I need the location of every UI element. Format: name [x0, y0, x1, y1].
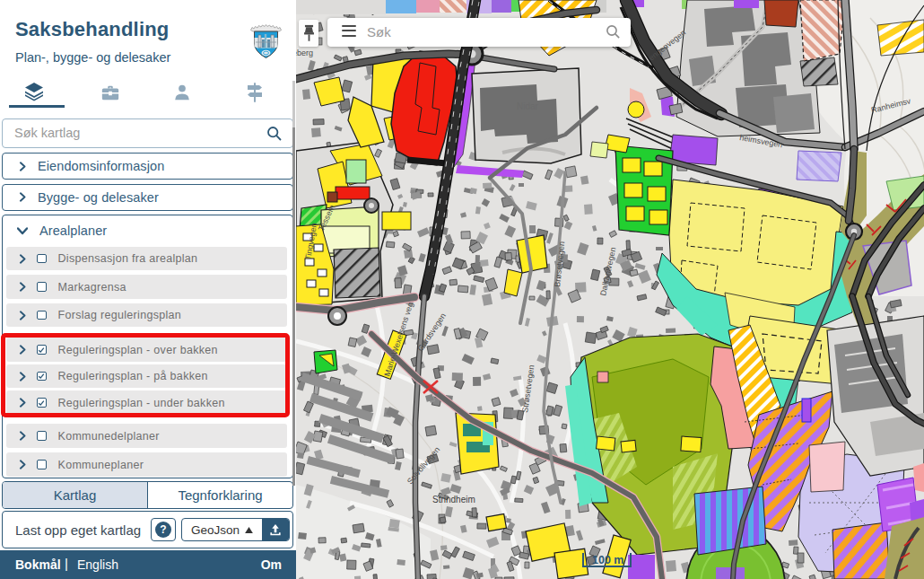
- svg-text:100 m: 100 m: [592, 554, 623, 566]
- svg-text:eberg: eberg: [296, 48, 313, 57]
- svg-text:Nidar: Nidar: [517, 101, 539, 111]
- svg-text:Strindheim: Strindheim: [432, 495, 475, 504]
